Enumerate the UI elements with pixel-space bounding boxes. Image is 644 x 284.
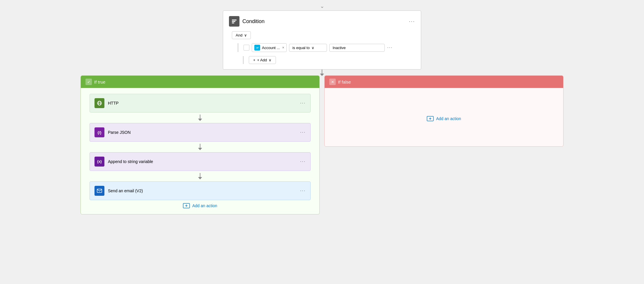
chip-remove-button[interactable]: × <box>282 46 284 50</box>
condition-block: Condition ··· And ∨ sf Account ... × <box>223 11 421 70</box>
arrow-http-to-json <box>90 112 311 123</box>
if-true-add-action-link[interactable]: Add an action <box>183 203 217 208</box>
send-email-action-more-button[interactable]: ··· <box>300 188 306 193</box>
condition-checkbox[interactable] <box>244 45 249 51</box>
field-chip-label: Account ... <box>262 46 280 50</box>
condition-title: Condition <box>242 18 406 25</box>
send-email-action-icon <box>94 186 104 196</box>
if-true-content: HTTP ··· {/} Parse JSON ··· <box>81 88 319 214</box>
field-chip[interactable]: sf Account ... × <box>252 43 287 52</box>
canvas: ⌄ Condition ··· And ∨ <box>0 0 644 284</box>
if-true-header: ✓ If true <box>81 76 319 88</box>
connector-arrow-line <box>320 69 324 76</box>
if-true-check-icon: ✓ <box>85 79 92 85</box>
condition-header: Condition ··· <box>229 16 415 27</box>
condition-more-button[interactable]: ··· <box>409 18 415 25</box>
condition-to-branches-connector <box>320 70 324 75</box>
parse-json-action-more-button[interactable]: ··· <box>300 130 306 135</box>
value-input[interactable] <box>329 44 385 52</box>
and-button[interactable]: And ∨ <box>232 31 251 39</box>
if-false-add-action-icon <box>427 116 434 121</box>
chevron-down-icon: ⌄ <box>320 3 324 9</box>
if-false-header: ✕ If false <box>325 76 563 88</box>
and-chevron-icon: ∨ <box>244 33 247 37</box>
arrow-json-to-append <box>90 142 311 152</box>
http-action-more-button[interactable]: ··· <box>300 101 306 106</box>
parse-json-action-icon: {/} <box>94 127 104 137</box>
append-string-action-icon: {x} <box>94 157 104 167</box>
add-button[interactable]: + + Add ∨ <box>249 56 276 64</box>
if-false-branch: ✕ If false Add an action <box>324 75 564 147</box>
send-email-action-label: Send an email (V2) <box>108 188 297 193</box>
send-email-action-block: Send an email (V2) ··· <box>90 181 311 200</box>
svg-rect-2 <box>232 22 234 23</box>
if-false-x-icon: ✕ <box>329 79 336 85</box>
arrow-append-to-email <box>90 171 311 181</box>
field-chip-icon: sf <box>254 45 260 51</box>
parse-json-action-block: {/} Parse JSON ··· <box>90 123 311 142</box>
add-row: + + Add ∨ <box>243 56 415 64</box>
operator-select[interactable]: is equal to ∨ <box>289 44 327 52</box>
add-plus-icon: + <box>253 58 256 62</box>
add-chevron-icon: ∨ <box>269 58 272 62</box>
row-more-button[interactable]: ··· <box>387 45 393 50</box>
svg-rect-0 <box>232 20 237 20</box>
condition-block-icon <box>229 16 239 27</box>
append-string-action-label: Append to string variable <box>108 159 297 164</box>
branches-container: ✓ If true HTTP ··· <box>0 75 644 214</box>
if-true-label: If true <box>94 79 105 84</box>
svg-rect-1 <box>232 21 235 22</box>
operator-chevron-icon: ∨ <box>312 46 314 50</box>
svg-rect-6 <box>97 189 102 193</box>
add-action-icon <box>183 203 190 208</box>
append-string-action-block: {x} Append to string variable ··· <box>90 152 311 171</box>
and-row: And ∨ <box>232 31 415 39</box>
if-false-content: Add an action <box>325 88 563 146</box>
condition-body: And ∨ sf Account ... × is equal to ∨ <box>229 31 415 64</box>
parse-json-action-label: Parse JSON <box>108 130 297 135</box>
http-action-block: HTTP ··· <box>90 94 311 112</box>
if-false-label: If false <box>338 79 351 84</box>
top-connector: ⌄ <box>320 3 324 9</box>
condition-row: sf Account ... × is equal to ∨ ··· <box>238 43 415 52</box>
append-string-action-more-button[interactable]: ··· <box>300 159 306 164</box>
if-true-branch: ✓ If true HTTP ··· <box>80 75 320 214</box>
http-action-icon <box>94 98 104 108</box>
http-action-label: HTTP <box>108 101 297 105</box>
if-false-add-action-link[interactable]: Add an action <box>427 116 461 121</box>
